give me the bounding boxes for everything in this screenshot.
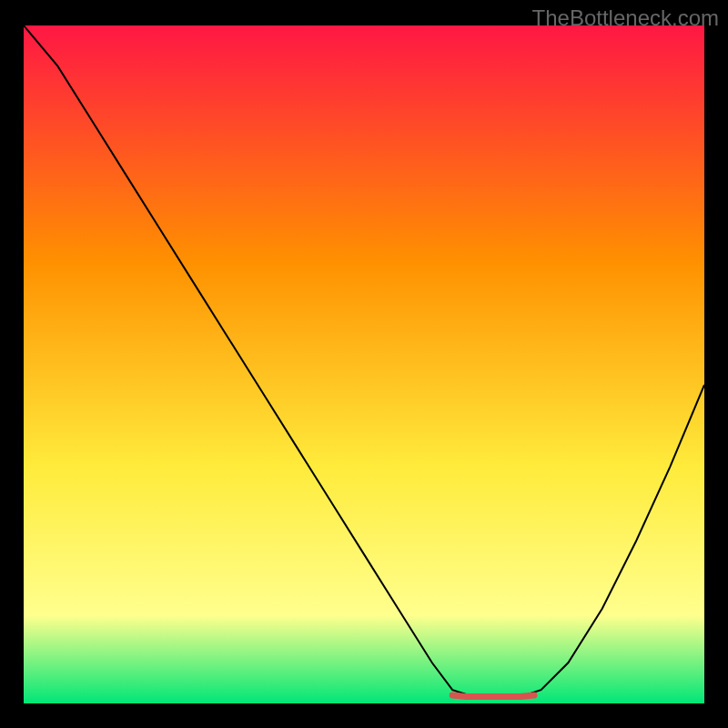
chart-container: TheBottleneck.com: [0, 0, 728, 728]
watermark-text: TheBottleneck.com: [532, 5, 719, 31]
optimal-marker: [452, 695, 534, 696]
gradient-background: [24, 25, 704, 703]
plot-area: [24, 25, 704, 703]
chart-svg: [24, 25, 704, 703]
